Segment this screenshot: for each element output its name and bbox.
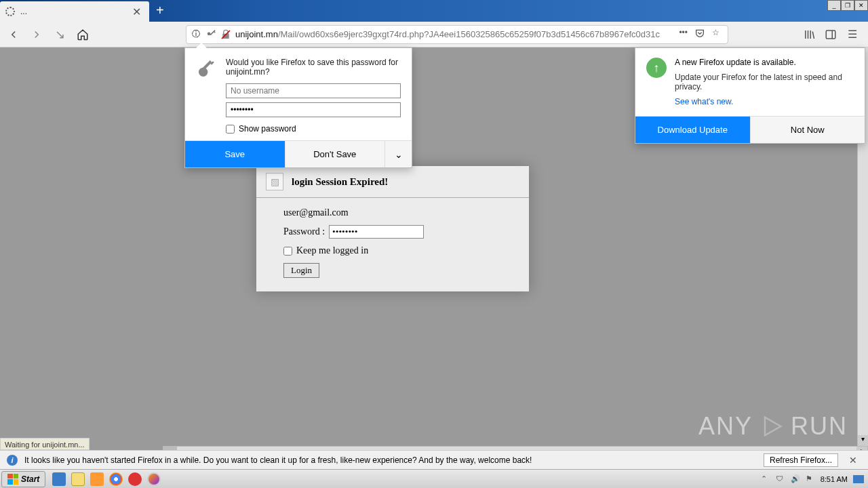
- key-icon: [196, 58, 218, 79]
- tab-loading-icon: [5, 7, 15, 16]
- tab-title: ...: [20, 7, 130, 16]
- tray-volume-icon[interactable]: 🔊: [791, 474, 800, 484]
- show-password-checkbox[interactable]: [226, 125, 235, 134]
- update-description: Update your Firefox for the latest in sp…: [675, 73, 854, 92]
- ie-icon[interactable]: [52, 472, 66, 486]
- update-popup: ↑ A new Firefox update is available. Upd…: [635, 47, 865, 144]
- window-close-button[interactable]: ✕: [854, 0, 868, 11]
- broken-image-icon: ▨: [266, 173, 283, 190]
- dont-save-button[interactable]: Don't Save: [285, 141, 385, 167]
- username-input[interactable]: [226, 83, 401, 98]
- forward-button[interactable]: [28, 26, 45, 43]
- library-icon[interactable]: [802, 27, 816, 42]
- window-controls: _ ❐ ✕: [827, 0, 868, 11]
- opera-icon[interactable]: [128, 472, 142, 486]
- info-icon[interactable]: ⓘ: [191, 29, 201, 40]
- media-player-icon[interactable]: [90, 472, 104, 486]
- reload-button[interactable]: ↘: [52, 26, 68, 43]
- svg-rect-8: [202, 60, 212, 70]
- bookmark-star-icon[interactable]: ☆: [712, 28, 719, 41]
- show-desktop-icon[interactable]: [853, 475, 864, 483]
- home-button[interactable]: [75, 26, 91, 43]
- maximize-button[interactable]: ❐: [841, 0, 854, 11]
- browser-toolbar: ↘ ⓘ unijoint.mn/Mail/owd60xs6e9jerc39gxg…: [0, 22, 868, 47]
- saved-password-input[interactable]: [226, 102, 401, 117]
- windows-logo-icon: [7, 474, 18, 485]
- password-input[interactable]: [329, 225, 424, 239]
- tray-expand-icon[interactable]: ⌃: [761, 474, 770, 484]
- save-password-popup: Would you like Firefox to save this pass…: [184, 47, 412, 168]
- update-title: A new Firefox update is available.: [675, 58, 854, 67]
- download-update-button[interactable]: Download Update: [635, 117, 750, 143]
- save-options-chevron-icon[interactable]: ⌄: [384, 141, 412, 167]
- info-bar-close-icon[interactable]: ✕: [845, 455, 861, 466]
- login-title: login Session Expired!: [292, 176, 388, 188]
- login-email: user@gmail.com: [283, 207, 502, 218]
- login-button[interactable]: Login: [283, 263, 319, 278]
- new-tab-button[interactable]: +: [149, 0, 171, 21]
- info-icon: i: [7, 455, 18, 466]
- not-now-button[interactable]: Not Now: [750, 117, 865, 143]
- tray-clock[interactable]: 8:51 AM: [821, 475, 848, 483]
- svg-line-4: [812, 31, 814, 39]
- tab-close-icon[interactable]: ✕: [130, 5, 144, 18]
- sidebar-icon[interactable]: [823, 27, 838, 42]
- show-password-label: Show password: [239, 124, 296, 134]
- menu-icon[interactable]: ☰: [845, 27, 860, 42]
- svg-rect-5: [826, 30, 835, 39]
- password-label: Password :: [283, 226, 325, 237]
- taskbar: Start ⌃ 🛡 🔊 ⚑ 8:51 AM: [0, 469, 868, 488]
- scroll-down-icon[interactable]: ▾: [858, 435, 868, 446]
- url-text: unijoint.mn/Mail/owd60xs6e9jerc39gxgt74r…: [235, 29, 671, 39]
- firefox-taskbar-icon[interactable]: [147, 472, 161, 486]
- page-actions-icon[interactable]: •••: [679, 28, 688, 41]
- system-tray: ⌃ 🛡 🔊 ⚑ 8:51 AM: [761, 474, 868, 484]
- start-button[interactable]: Start: [1, 471, 45, 487]
- keep-logged-label: Keep me logged in: [296, 245, 368, 256]
- svg-point-7: [199, 68, 208, 77]
- info-bar: i It looks like you haven't started Fire…: [0, 450, 868, 469]
- info-bar-text: It looks like you haven't started Firefo…: [24, 455, 757, 465]
- save-button[interactable]: Save: [185, 141, 285, 167]
- url-bar[interactable]: ⓘ unijoint.mn/Mail/owd60xs6e9jerc39gxgt7…: [186, 25, 728, 44]
- chrome-icon[interactable]: [109, 472, 123, 486]
- save-password-message: Would you like Firefox to save this pass…: [226, 58, 401, 77]
- refresh-firefox-button[interactable]: Refresh Firefox...: [764, 453, 838, 467]
- status-bar: Waiting for unijoint.mn...: [0, 438, 90, 450]
- explorer-icon[interactable]: [71, 472, 85, 486]
- insecure-icon[interactable]: [220, 29, 231, 40]
- browser-tab[interactable]: ... ✕: [0, 1, 149, 22]
- minimize-button[interactable]: _: [827, 0, 841, 11]
- key-icon[interactable]: [205, 29, 216, 40]
- keep-logged-checkbox[interactable]: [283, 247, 292, 256]
- update-arrow-icon: ↑: [646, 58, 667, 78]
- back-button[interactable]: [5, 26, 22, 43]
- tray-flag-icon[interactable]: ⚑: [806, 474, 815, 484]
- login-card: ▨ login Session Expired! user@gmail.com …: [256, 166, 529, 291]
- pocket-icon[interactable]: [694, 28, 705, 41]
- whats-new-link[interactable]: See what's new.: [675, 97, 854, 106]
- window-titlebar: ... ✕ + _ ❐ ✕: [0, 0, 868, 22]
- tray-shield-icon[interactable]: 🛡: [776, 474, 785, 484]
